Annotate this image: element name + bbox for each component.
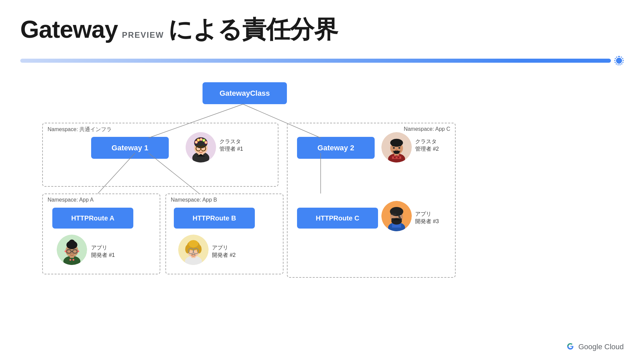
svg-point-61 (394, 150, 400, 154)
svg-point-11 (195, 141, 197, 143)
svg-point-19 (205, 142, 207, 143)
namespace-appb-box: Namespace: App B (165, 193, 284, 274)
svg-rect-53 (392, 155, 394, 156)
diagram-area: GatewayClass Namespace: 共通インフラ Gateway 1 (20, 79, 624, 308)
svg-point-15 (200, 139, 202, 140)
progress-bar (20, 56, 624, 65)
progress-dot-inner (616, 58, 622, 64)
svg-point-26 (70, 259, 71, 261)
avatar-cluster-admin1 (186, 132, 216, 162)
svg-rect-57 (398, 156, 399, 158)
namespace-appa-box: Namespace: App A (42, 193, 160, 274)
avatar-app-dev1 (57, 235, 87, 265)
google-cloud-logo: Google Cloud (565, 342, 624, 352)
progress-dot-outer (614, 56, 624, 65)
svg-point-37 (77, 250, 79, 252)
svg-point-76 (400, 216, 401, 217)
title-preview: PREVIEW (122, 30, 164, 40)
svg-point-43 (189, 240, 198, 247)
avatar-app-dev3 (381, 201, 412, 231)
httproute-b-box: HTTPRoute B (174, 208, 255, 229)
avatar-cluster-admin1-label: クラスタ管理者 #1 (219, 138, 243, 153)
svg-point-49 (193, 253, 194, 254)
svg-point-36 (64, 250, 66, 252)
title-area: Gateway PREVIEW による責任分界 (20, 13, 624, 46)
gatewayclass-box: GatewayClass (203, 82, 287, 104)
avatar-cluster-admin2-label: クラスタ管理者 #2 (415, 138, 439, 153)
httproute-c-box: HTTPRoute C (297, 208, 378, 229)
google-icon (565, 342, 575, 352)
namespace-appc-label: Namespace: App C (404, 126, 450, 132)
avatar-cluster-admin2 (381, 132, 412, 162)
svg-point-63 (393, 147, 395, 149)
svg-rect-72 (392, 218, 402, 222)
page-container: Gateway PREVIEW による責任分界 GatewayClass (0, 0, 644, 358)
svg-point-31 (69, 239, 75, 245)
title-rest: による責任分界 (168, 13, 338, 46)
svg-rect-55 (399, 155, 401, 156)
gateway2-box: Gateway 2 (297, 137, 375, 159)
gateway1-box: Gateway 1 (91, 137, 169, 159)
namespace-appa-label: Namespace: App A (48, 197, 93, 203)
svg-rect-56 (394, 156, 396, 158)
avatar-app-dev2-label: アプリ開発者 #2 (212, 244, 236, 259)
title-gateway: Gateway (20, 16, 118, 43)
httproute-a-box: HTTPRoute A (52, 208, 133, 229)
avatar-app-dev3-label: アプリ開発者 #3 (415, 210, 439, 226)
svg-point-23 (200, 150, 202, 151)
svg-point-35 (71, 252, 73, 254)
svg-point-64 (398, 147, 400, 149)
google-cloud-text: Google Cloud (578, 342, 624, 351)
progress-track (20, 59, 611, 63)
namespace-infra-label: Namespace: 共通インフラ (48, 126, 112, 133)
svg-point-17 (203, 140, 205, 141)
svg-point-60 (390, 139, 403, 147)
avatar-app-dev2 (178, 235, 209, 265)
svg-point-27 (73, 259, 74, 261)
namespace-appb-label: Namespace: App B (171, 197, 217, 203)
avatar-app-dev1-label: アプリ開発者 #1 (91, 244, 115, 259)
svg-point-62 (396, 149, 397, 151)
svg-point-13 (197, 139, 199, 141)
